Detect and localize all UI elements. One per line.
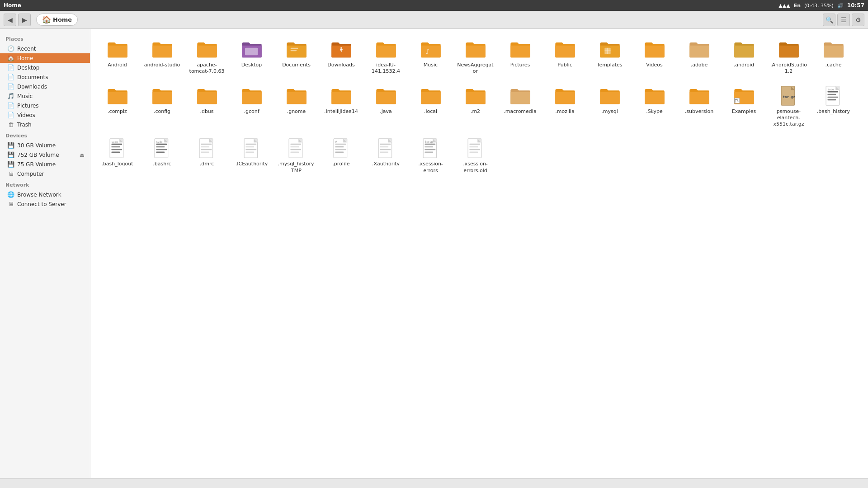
sidebar-item-music[interactable]: 🎵 Music — [0, 91, 90, 101]
sidebar-item-music-label: Music — [17, 93, 33, 99]
sidebar-item-computer[interactable]: 🖥 Computer — [0, 169, 90, 178]
list-item[interactable]: Public — [543, 34, 586, 79]
sidebar-item-752gb[interactable]: 💾 752 GB Volume ⏏ — [0, 150, 90, 160]
file-icon: tor.gz — [778, 85, 800, 107]
sidebar-item-desktop-label: Desktop — [17, 65, 40, 71]
svg-rect-27 — [111, 152, 120, 153]
list-item[interactable]: sudo .bash_history — [812, 81, 855, 132]
svg-rect-48 — [245, 149, 256, 150]
search-button[interactable]: 🔍 — [823, 14, 835, 26]
list-item[interactable]: # .profile — [320, 133, 363, 178]
list-item[interactable]: Downloads — [320, 34, 363, 79]
pictures-icon: 📄 — [7, 102, 14, 109]
svg-rect-39 — [201, 144, 212, 145]
sidebar: Places 🕐 Recent 🏠 Home 📄 Desktop 📄 Docum… — [0, 29, 90, 478]
sidebar-item-documents[interactable]: 📄 Documents — [0, 72, 90, 82]
list-item[interactable]: Pictures — [499, 34, 542, 79]
music-icon: 🎵 — [7, 93, 14, 99]
sidebar-item-75gb[interactable]: 💾 75 GB Volume — [0, 160, 90, 169]
list-item[interactable]: .android — [722, 34, 765, 79]
sidebar-item-desktop[interactable]: 📄 Desktop — [0, 63, 90, 72]
list-item[interactable]: .ICEauthority — [230, 133, 273, 178]
list-item[interactable]: .gnome — [275, 81, 318, 132]
list-item[interactable]: .subversion — [678, 81, 721, 132]
sidebar-item-pictures-label: Pictures — [17, 103, 39, 109]
file-label: .AndroidStudio1.2 — [769, 62, 808, 75]
list-item[interactable]: Scrip .xsession-errors — [409, 133, 452, 178]
svg-rect-84 — [469, 146, 478, 148]
list-item[interactable]: .mozilla — [543, 81, 586, 132]
list-item[interactable]: .Skype — [633, 81, 676, 132]
list-item[interactable]: .java — [364, 81, 407, 132]
svg-rect-78 — [425, 149, 435, 150]
file-icon — [599, 85, 621, 107]
list-item[interactable]: NewsAggregator — [454, 34, 497, 79]
view-menu-button[interactable]: ☰ — [837, 14, 850, 26]
list-item[interactable]: .IntelliJIdea14 — [320, 81, 363, 132]
list-item[interactable]: .config — [141, 81, 184, 132]
list-item[interactable]: sudo .bashrc — [141, 133, 184, 178]
list-item[interactable]: .compiz — [96, 81, 139, 132]
svg-rect-63 — [335, 149, 346, 150]
file-icon — [375, 85, 397, 107]
list-item[interactable]: .xsession-errors.old — [454, 133, 497, 178]
file-label: Desktop — [241, 62, 262, 68]
sidebar-item-trash[interactable]: 🗑 Trash — [0, 120, 90, 129]
toolbar-right: 🔍 ☰ ⚙ — [823, 14, 864, 26]
sidebar-item-recent[interactable]: 🕐 Recent — [0, 44, 90, 53]
svg-rect-53 — [290, 144, 301, 145]
settings-button[interactable]: ⚙ — [852, 14, 864, 26]
list-item[interactable]: Desktop — [230, 34, 273, 79]
eject-icon[interactable]: ⏏ — [80, 152, 85, 158]
list-item[interactable]: .dbus — [185, 81, 228, 132]
sidebar-item-pictures[interactable]: 📄 Pictures — [0, 101, 90, 110]
sidebar-item-connect-server[interactable]: 🖥 Connect to Server — [0, 199, 90, 209]
location-bar[interactable]: 🏠 Home — [36, 14, 78, 26]
sidebar-item-downloads[interactable]: 📄 Downloads — [0, 82, 90, 91]
list-item[interactable]: Documents — [275, 34, 318, 79]
file-icon — [241, 137, 263, 159]
list-item[interactable]: .gconf — [230, 81, 273, 132]
list-item[interactable]: .cache — [812, 34, 855, 79]
list-item[interactable]: Videos — [633, 34, 676, 79]
file-icon — [509, 85, 531, 107]
list-item[interactable]: apache-tomcat-7.0.63 — [185, 34, 228, 79]
list-item[interactable]: .macromedia — [499, 81, 542, 132]
list-item[interactable]: .mysql — [588, 81, 631, 132]
list-item[interactable]: .local — [409, 81, 452, 132]
file-icon — [733, 38, 755, 60]
file-icon: sudo — [151, 137, 173, 159]
list-item[interactable]: .adobe — [678, 34, 721, 79]
file-label: .mysql_history.TMP — [277, 161, 316, 174]
forward-button[interactable]: ▶ — [18, 14, 31, 26]
list-item[interactable]: .dmrc — [185, 133, 228, 178]
back-button[interactable]: ◀ — [4, 14, 16, 26]
list-item[interactable]: Templates — [588, 34, 631, 79]
list-item[interactable]: tor.gz psmouse-elantech-x551c.tar.gz — [767, 81, 810, 132]
file-icon — [465, 38, 486, 60]
sidebar-item-home[interactable]: 🏠 Home — [0, 53, 90, 63]
file-label: apache-tomcat-7.0.63 — [188, 62, 226, 75]
drive-icon-75: 💾 — [7, 161, 14, 168]
file-icon — [286, 137, 307, 159]
list-item[interactable]: Examples — [722, 81, 765, 132]
list-item[interactable]: .AndroidStudio1.2 — [767, 34, 810, 79]
file-label: .Xauthority — [372, 161, 400, 167]
svg-rect-69 — [380, 146, 388, 148]
file-label: Videos — [646, 62, 663, 68]
list-item[interactable]: ♪ Music — [409, 34, 452, 79]
list-item[interactable]: .mysql_history.TMP — [275, 133, 318, 178]
file-label: .Skype — [646, 108, 663, 115]
list-item[interactable]: sudo .bash_logout — [96, 133, 139, 178]
sidebar-item-browse-network[interactable]: 🌐 Browse Network — [0, 190, 90, 199]
sidebar-item-30gb[interactable]: 💾 30 GB Volume — [0, 141, 90, 150]
file-label: .subversion — [685, 108, 713, 115]
file-label: .bash_logout — [101, 161, 133, 167]
sidebar-item-videos[interactable]: 📄 Videos — [0, 110, 90, 120]
list-item[interactable]: android-studio — [141, 34, 184, 79]
list-item[interactable]: .m2 — [454, 81, 497, 132]
list-item[interactable]: .Xauthority — [364, 133, 407, 178]
list-item[interactable]: Android — [96, 34, 139, 79]
list-item[interactable]: idea-IU-141.1532.4 — [364, 34, 407, 79]
file-label: Documents — [282, 62, 311, 68]
